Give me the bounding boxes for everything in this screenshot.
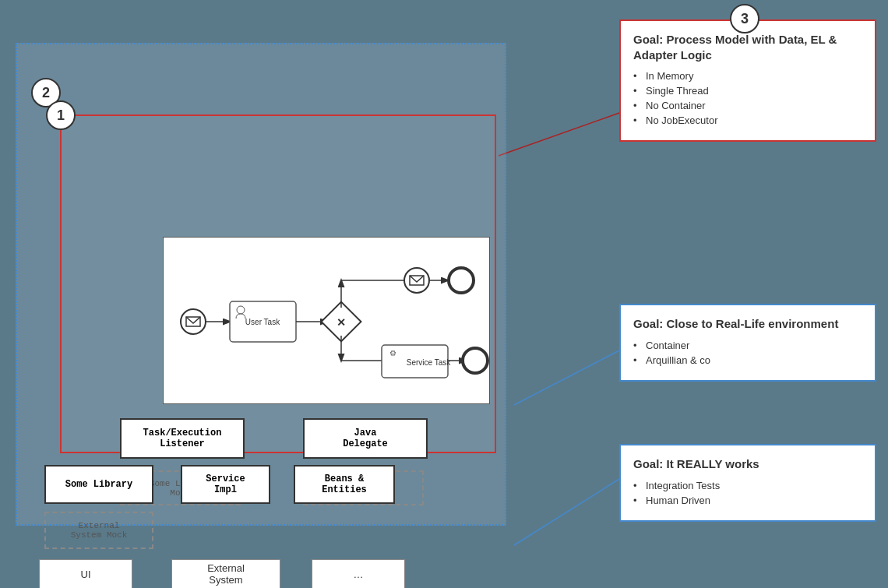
diagram-container: 3 Goal: Process Model with Data, EL & Ad… <box>0 0 888 588</box>
list-item-container: Container <box>633 340 862 351</box>
bpmn-svg: User Task ✕ <box>164 238 491 405</box>
beans-entities-box: Beans & Entities <box>294 465 395 504</box>
svg-text:User Task: User Task <box>245 318 280 326</box>
svg-line-0 <box>499 113 619 156</box>
list-item-arquillian: Arquillian & co <box>633 354 862 366</box>
badge-1: 1 <box>46 100 76 130</box>
svg-point-7 <box>237 306 245 314</box>
svg-text:⚙: ⚙ <box>389 349 396 357</box>
list-item-no-container: No Container <box>633 100 862 111</box>
ellipsis-box: … <box>312 559 405 588</box>
java-delegate-box: Java Delegate <box>303 418 428 459</box>
list-item-human-driven: Human Driven <box>633 495 862 506</box>
svg-text:Service Task: Service Task <box>407 358 452 367</box>
info-box-really-works: Goal: It REALLY works Integration Tests … <box>619 444 876 522</box>
layer2-box: 2 1 <box>16 43 506 526</box>
task-execution-listener-box: Task/Execution Listener <box>120 418 245 459</box>
some-library-box: Some Library <box>44 465 153 504</box>
badge-3: 3 <box>730 4 759 33</box>
external-system-box: External System <box>171 559 280 588</box>
info-box-list-3: Integration Tests Human Driven <box>633 480 862 506</box>
svg-text:✕: ✕ <box>337 316 346 329</box>
info-box-title-3: Goal: It REALLY works <box>633 456 862 472</box>
info-box-reallife: Goal: Close to Real-Life environment Con… <box>619 304 876 382</box>
info-box-process-model: Goal: Process Model with Data, EL & Adap… <box>619 19 876 142</box>
svg-line-2 <box>514 479 619 545</box>
info-box-list-1: In Memory Single Thread No Container No … <box>633 70 862 126</box>
svg-point-24 <box>463 348 488 373</box>
layer1-box: 1 User Task <box>60 114 496 453</box>
svg-point-17 <box>449 268 474 293</box>
svg-line-1 <box>514 350 619 405</box>
info-box-title-1: Goal: Process Model with Data, EL & Adap… <box>633 32 862 62</box>
info-box-list-2: Container Arquillian & co <box>633 340 862 366</box>
external-system-mock-box: External System Mock <box>44 512 153 549</box>
list-item-no-jobexecutor: No JobExecutor <box>633 114 862 126</box>
list-item-integration-tests: Integration Tests <box>633 480 862 491</box>
bpmn-diagram: User Task ✕ <box>163 237 490 404</box>
list-item-single-thread: Single Thread <box>633 85 862 97</box>
list-item-in-memory: In Memory <box>633 70 862 82</box>
service-impl-box: Service Impl <box>181 465 270 504</box>
info-box-title-2: Goal: Close to Real-Life environment <box>633 316 862 332</box>
ui-box: UI <box>39 559 132 588</box>
